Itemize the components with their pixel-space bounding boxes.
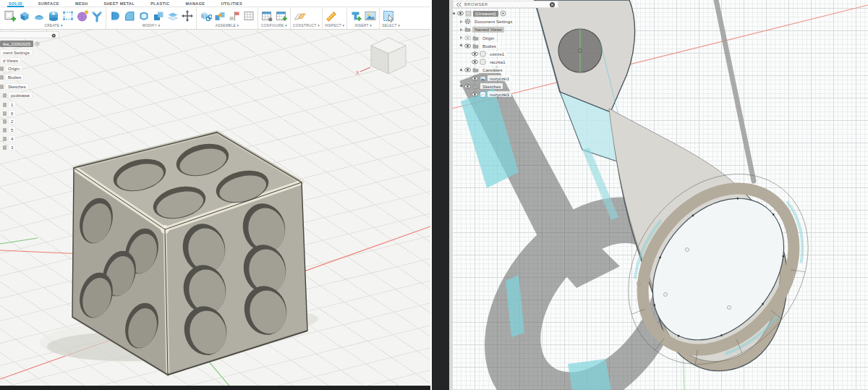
select-group-label[interactable]: SELECT ▾ [382,24,400,27]
viewcube[interactable]: X [356,38,406,75]
eye-icon-fragment[interactable] [3,93,7,98]
inspect-group-label[interactable]: INSPECT ▾ [325,24,344,27]
row-label[interactable]: 3 [8,144,16,151]
offset-face-icon[interactable] [166,9,179,22]
left-browser-row-sketch-5[interactable]: 5 [3,127,16,133]
browser-row-document-settings[interactable]: Document Settings [453,17,558,25]
insert-group-label[interactable]: INSERT ▾ [349,24,377,27]
tab-solid[interactable]: SOLID [9,1,22,6]
left-browser-row-origin[interactable]: Origin [0,65,22,72]
expander-icon[interactable] [460,36,463,39]
row-label[interactable]: 4 [8,135,16,142]
browser-row-sketches[interactable]: Sketches [453,82,558,90]
browser-row-document[interactable]: (Unsaved) [453,9,558,17]
create-pipe-icon[interactable] [90,9,103,22]
left-browser-row-sketch-podstawa[interactable]: podstawa [3,92,33,98]
left-browser-close-icon[interactable] [51,33,56,38]
create-sketch-profile-icon[interactable] [61,9,75,22]
browser-row-bodies[interactable]: Bodies [453,42,558,50]
left-browser-row-sketch-6[interactable]: 6 [3,110,16,116]
collapse-panel-icon[interactable] [456,1,462,8]
browser-row-canvas-nozyczki1[interactable]: nozyczki1 [453,75,558,82]
expander-icon[interactable] [460,28,463,31]
row-label[interactable]: Origin [5,65,22,72]
tab-manage[interactable]: MANAGE [186,1,205,6]
row-label[interactable]: Sketches [480,83,503,89]
left-browser-row-document-settings[interactable]: ment Settings [0,49,33,56]
create-box-icon[interactable] [18,9,31,22]
insert-canvas-icon[interactable] [364,9,377,22]
joint-icon[interactable] [213,9,226,22]
eye-icon[interactable] [464,35,471,41]
construct-group-label[interactable]: CONSTRUCT ▾ [293,24,320,27]
tab-sheet-metal[interactable]: SHEET METAL [103,1,135,6]
eye-icon[interactable] [472,51,478,57]
left-viewport-canvas[interactable]: X tka_22092025 ment Settings d Views Ori… [0,30,430,390]
row-label[interactable]: Bodies [480,43,498,48]
row-label[interactable]: Named Views [472,27,504,33]
configure-icon[interactable] [260,9,273,22]
modify-group-label[interactable]: MODIFY ▾ [109,24,194,27]
left-document-name[interactable]: tka_22092025 [0,41,33,47]
eye-icon[interactable] [464,67,471,73]
shell-icon[interactable] [137,9,150,22]
rigid-group-icon[interactable] [228,9,241,22]
expander-icon[interactable] [459,44,464,48]
activate-document-icon[interactable] [500,10,506,17]
document-name[interactable]: (Unsaved) [473,11,498,17]
row-label[interactable]: raczka1 [488,59,508,65]
browser-row-body-raczka1[interactable]: raczka1 [453,58,558,66]
left-browser-row-sketch-2[interactable]: 2 [3,118,16,124]
row-label[interactable]: nozyczki1 [488,75,511,81]
create-form-icon[interactable] [76,9,89,22]
expander-icon[interactable] [459,84,464,88]
eye-icon[interactable] [464,83,471,90]
row-label[interactable]: ostrze1 [488,51,506,57]
eye-icon-fragment[interactable] [3,128,7,132]
expander-icon[interactable] [460,20,463,23]
row-label[interactable]: ment Settings [0,49,33,56]
tab-surface[interactable]: SURFACE [38,1,59,6]
left-browser-document-row[interactable]: tka_22092025 [0,41,40,47]
eye-icon[interactable] [457,10,464,17]
select-icon[interactable] [382,9,395,22]
browser-row-named-views[interactable]: Named Views [453,25,558,33]
create-revolve-icon[interactable] [33,9,46,22]
browser-row-body-ostrze1[interactable]: ostrze1 [453,50,558,58]
assemble-group-label[interactable]: ASSEMBLE ▾ [199,24,255,27]
left-browser-row-sketch-4[interactable]: 4 [3,135,16,142]
eye-icon-fragment[interactable] [3,145,7,150]
row-label[interactable]: 2 [8,118,16,124]
dice-model[interactable] [72,132,307,375]
measure-icon[interactable] [325,9,338,22]
tab-utilities[interactable]: UTILITIES [221,1,242,6]
browser-row-origin[interactable]: Origin [453,34,558,42]
configuration-insert-icon[interactable] [275,9,288,22]
row-label[interactable]: d Views [0,57,21,64]
expander-icon[interactable] [452,12,456,16]
eye-icon[interactable] [464,43,471,49]
left-browser-row-named-views[interactable]: d Views [0,57,21,64]
eye-icon-fragment[interactable] [3,111,7,116]
press-pull-icon[interactable] [109,9,122,22]
move-icon[interactable] [181,9,194,22]
row-label[interactable]: podstawa [8,92,33,98]
construct-plane-icon[interactable] [293,9,306,22]
eye-icon[interactable] [472,59,478,65]
pattern-table-icon[interactable] [242,9,255,22]
configure-group-label[interactable]: CONFIGURE ▾ [260,24,288,27]
expander-icon[interactable] [459,68,464,72]
eye-icon[interactable] [472,75,478,82]
activate-document-icon[interactable] [35,41,40,46]
left-browser-row-bodies[interactable]: Bodies [0,74,24,80]
create-group-label[interactable]: CREATE ▾ [4,24,103,27]
eye-icon[interactable] [472,91,478,98]
combine-icon[interactable] [152,9,165,22]
new-component-icon[interactable] [199,9,212,22]
fillet-icon[interactable] [123,9,136,22]
row-label[interactable]: 6 [8,110,16,116]
close-panel-icon[interactable] [549,1,556,8]
row-label[interactable]: Canvases [480,67,505,73]
row-label[interactable]: 5 [8,127,16,133]
eye-icon-fragment[interactable] [3,137,7,141]
